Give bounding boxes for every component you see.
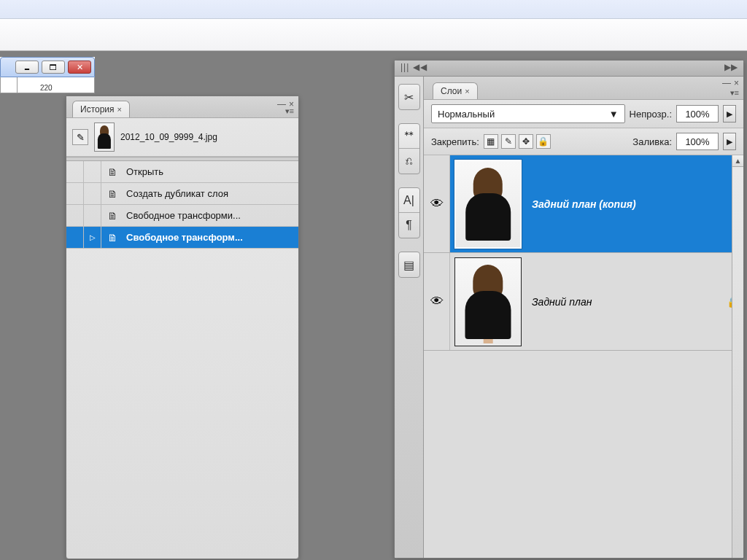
lock-pixels-icon[interactable]: ✎ bbox=[501, 134, 516, 149]
history-step-label: Свободное трансформ... bbox=[125, 232, 298, 243]
history-step-icon: 🗎 bbox=[104, 164, 120, 180]
close-icon[interactable]: × bbox=[465, 87, 469, 96]
fill-label: Заливка: bbox=[632, 136, 672, 147]
current-step-marker-icon: ▷ bbox=[90, 233, 96, 241]
panel-tabbar: Слои × — × ▾≡ bbox=[424, 77, 743, 100]
blend-mode-select[interactable]: Нормальный ▼ bbox=[431, 104, 625, 123]
snapshot-thumbnail[interactable] bbox=[94, 122, 115, 152]
layer-row[interactable]: 👁Задний план🔒 bbox=[424, 253, 743, 351]
history-step-label: Свободное трансформи... bbox=[125, 210, 298, 221]
clone-source-icon[interactable]: ⎌ bbox=[399, 149, 419, 174]
history-snapshot-header: ✎ 2012_10_09_9999_4.jpg bbox=[66, 118, 298, 157]
opacity-label: Непрозр.: bbox=[630, 109, 672, 120]
visibility-toggle[interactable]: 👁 bbox=[424, 253, 450, 350]
history-step-icon: 🗎 bbox=[104, 230, 120, 246]
blend-mode-value: Нормальный bbox=[438, 109, 495, 120]
layer-blend-row: Нормальный ▼ Непрозр.: 100% ▶ bbox=[424, 100, 743, 128]
history-panel: История × — × ▾≡ ✎ 2012_10_09_9999_4.jpg… bbox=[66, 96, 299, 559]
minimize-button[interactable] bbox=[15, 61, 39, 74]
history-list: 🗎Открыть🗎Создать дубликат слоя🗎Свободное… bbox=[66, 161, 298, 249]
layer-thumbnail[interactable] bbox=[454, 257, 522, 346]
chevron-down-icon: ▼ bbox=[609, 109, 619, 120]
visibility-toggle[interactable]: 👁 bbox=[424, 155, 450, 252]
options-bar bbox=[0, 19, 747, 51]
history-step[interactable]: ▷🗎Свободное трансформ... bbox=[66, 227, 298, 249]
brushes-icon[interactable]: ᕯ bbox=[399, 124, 419, 149]
scrollbar[interactable]: ▲ bbox=[732, 155, 743, 558]
close-icon[interactable]: × bbox=[734, 78, 739, 88]
snapshot-name[interactable]: 2012_10_09_9999_4.jpg bbox=[120, 132, 217, 142]
ruler-tick: 220 bbox=[40, 84, 53, 92]
history-step[interactable]: 🗎Создать дубликат слоя bbox=[66, 183, 298, 205]
panel-menu-icon[interactable]: ▾≡ bbox=[730, 88, 739, 98]
dock-gripper[interactable]: ▶▶ bbox=[395, 61, 743, 77]
panel-tabbar: История × — × ▾≡ bbox=[66, 96, 298, 118]
menu-bar bbox=[0, 0, 747, 19]
layer-name[interactable]: Задний план (копия) bbox=[526, 198, 721, 210]
right-dock: ▶▶ ✂ ᕯ ⎌ A| ¶ ▤ Слои × bbox=[394, 60, 744, 559]
window-titlebar[interactable] bbox=[0, 57, 95, 77]
layers-list: 👁Задний план (копия)👁Задний план🔒 ▲ bbox=[424, 155, 743, 558]
tab-label: Слои bbox=[441, 86, 462, 96]
opacity-input[interactable]: 100% bbox=[676, 105, 719, 122]
opacity-flyout-button[interactable]: ▶ bbox=[723, 105, 736, 122]
lock-label: Закрепить: bbox=[431, 136, 479, 147]
history-step-icon: 🗎 bbox=[104, 186, 120, 202]
paragraph-icon[interactable]: ¶ bbox=[399, 213, 419, 238]
history-step-icon: 🗎 bbox=[104, 208, 120, 224]
tab-layers[interactable]: Слои × bbox=[433, 82, 478, 99]
history-brush-icon[interactable]: ✎ bbox=[72, 129, 88, 145]
history-step-label: Открыть bbox=[125, 166, 298, 177]
layer-row[interactable]: 👁Задний план (копия) bbox=[424, 155, 743, 253]
panel-menu-icon[interactable]: ▾≡ bbox=[285, 106, 294, 116]
lock-all-icon[interactable]: 🔒 bbox=[536, 134, 551, 149]
close-icon[interactable]: × bbox=[117, 105, 122, 114]
maximize-button[interactable] bbox=[42, 61, 65, 74]
history-step-label: Создать дубликат слоя bbox=[125, 188, 298, 199]
lock-transparency-icon[interactable]: ▦ bbox=[484, 134, 498, 149]
document-window: 220 bbox=[0, 57, 95, 93]
layer-lock-row: Закрепить: ▦ ✎ ✥ 🔒 Заливка: 100% ▶ bbox=[424, 128, 743, 155]
fill-flyout-button[interactable]: ▶ bbox=[723, 133, 736, 150]
tools-preset-icon[interactable]: ✂ bbox=[399, 85, 419, 109]
scroll-up-icon[interactable]: ▲ bbox=[732, 155, 743, 167]
layer-thumbnail[interactable] bbox=[454, 160, 522, 249]
tab-label: История bbox=[80, 104, 115, 114]
history-step[interactable]: 🗎Свободное трансформи... bbox=[66, 205, 298, 227]
fill-input[interactable]: 100% bbox=[676, 133, 719, 150]
panel-icon-strip: ✂ ᕯ ⎌ A| ¶ ▤ bbox=[395, 77, 424, 558]
collapse-icon[interactable]: ▶▶ bbox=[724, 62, 738, 72]
tab-history[interactable]: История × bbox=[72, 101, 130, 117]
minimize-icon[interactable]: — bbox=[722, 78, 731, 88]
history-step[interactable]: 🗎Открыть bbox=[66, 161, 298, 183]
layer-name[interactable]: Задний план bbox=[526, 296, 721, 308]
character-icon[interactable]: A| bbox=[399, 188, 419, 213]
layer-comps-icon[interactable]: ▤ bbox=[399, 252, 419, 277]
lock-position-icon[interactable]: ✥ bbox=[519, 134, 533, 149]
close-button[interactable] bbox=[68, 61, 91, 74]
ruler: 220 bbox=[0, 77, 95, 93]
